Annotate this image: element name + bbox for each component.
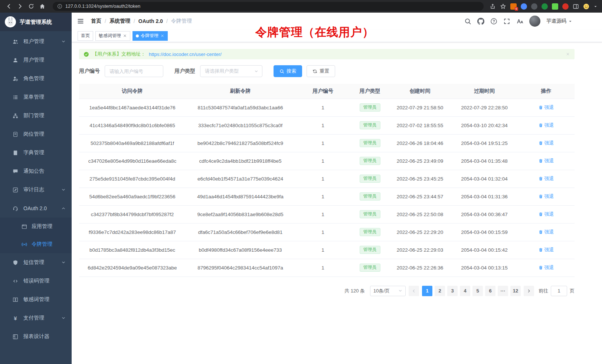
sidebar-item-menu[interactable]: 菜单管理 bbox=[0, 88, 72, 106]
extension-icon[interactable] bbox=[542, 3, 548, 10]
table-row: 275e5de9151045fe87cbdc395e004f4de6cfd40e… bbox=[79, 170, 575, 188]
page-button-2[interactable]: 2 bbox=[435, 286, 445, 296]
goto-page-input[interactable] bbox=[551, 286, 567, 296]
sidebar-item-audit[interactable]: 审计日志 bbox=[0, 181, 72, 199]
breadcrumb-item[interactable]: 首页 bbox=[91, 18, 101, 24]
browser-actions: 6 bbox=[490, 3, 598, 10]
force-logout-button[interactable]: 强退 bbox=[539, 122, 554, 129]
trash-icon bbox=[539, 265, 543, 270]
tab-token-manage[interactable]: 令牌管理 bbox=[132, 31, 168, 41]
force-logout-button[interactable]: 强退 bbox=[539, 229, 554, 235]
extension-icon[interactable] bbox=[552, 3, 558, 10]
doc-link[interactable]: https://doc.iocoder.cn/user-center/ bbox=[149, 52, 222, 57]
user-id-input[interactable] bbox=[105, 65, 163, 77]
extension-icon[interactable] bbox=[521, 3, 527, 10]
github-icon[interactable] bbox=[477, 18, 484, 25]
access-token-cell: 41c41346a548490f9dc8b01c6bfe0865 bbox=[79, 116, 186, 134]
user-type-select[interactable]: 请选择用户类型 bbox=[200, 65, 262, 77]
sidebar-item-dict[interactable]: 字典管理 bbox=[0, 143, 72, 162]
force-logout-button[interactable]: 强退 bbox=[539, 158, 554, 164]
extension-icon[interactable]: 6 bbox=[510, 3, 517, 10]
close-tab-icon[interactable] bbox=[123, 34, 127, 38]
page-button-3[interactable]: 3 bbox=[447, 286, 458, 296]
tab-home[interactable]: 首页 bbox=[78, 31, 93, 41]
close-tab-icon[interactable] bbox=[160, 34, 164, 38]
browser-back-icon[interactable] bbox=[4, 2, 13, 11]
sidebar-item-notice[interactable]: 通知公告 bbox=[0, 162, 72, 181]
sidebar-item-report[interactable]: 报表设计器 bbox=[0, 327, 72, 346]
breadcrumb-separator: / bbox=[134, 18, 135, 24]
sidebar-item-oauth-app[interactable]: 应用管理 bbox=[0, 218, 72, 235]
sidebar-item-role[interactable]: 角色管理 bbox=[0, 69, 72, 88]
search-icon[interactable] bbox=[464, 18, 471, 25]
force-logout-button[interactable]: 强退 bbox=[539, 193, 554, 200]
extension-icon[interactable] bbox=[562, 3, 569, 10]
split-view-icon[interactable] bbox=[573, 3, 579, 10]
app-logo[interactable]: 芋道管理系统 bbox=[0, 13, 72, 31]
breadcrumb-item[interactable]: 系统管理 bbox=[109, 18, 130, 24]
expire-time-cell: 2054-03-04 01:35:48 bbox=[451, 152, 518, 170]
tab-sensitive-words[interactable]: 敏感词管理 bbox=[95, 31, 130, 41]
sidebar-item-oauth[interactable]: OAuth 2.0 bbox=[0, 199, 72, 218]
share-icon[interactable] bbox=[490, 3, 496, 10]
total-count: 共 120 条 bbox=[344, 288, 365, 294]
table-row: 54d6be82ee5a460a9aedc1f9bf22365649d1aa46… bbox=[79, 188, 575, 205]
reset-button[interactable]: 重置 bbox=[307, 65, 335, 77]
force-logout-button[interactable]: 强退 bbox=[539, 175, 554, 182]
page-button-···[interactable]: ··· bbox=[498, 286, 508, 296]
sidebar-item-sms[interactable]: 短信管理 bbox=[0, 253, 72, 272]
user-id-cell: 1 bbox=[295, 116, 351, 134]
profile-avatar-icon[interactable] bbox=[583, 3, 589, 10]
sidebar-item-pay[interactable]: ¥支付管理 bbox=[0, 309, 72, 327]
sidebar-item-sensitive[interactable]: 敏感词管理 bbox=[0, 290, 72, 309]
expire-time-cell: 2054-03-04 00:15:42 bbox=[451, 241, 518, 259]
browser-reload-icon[interactable] bbox=[27, 2, 36, 11]
page-button-5[interactable]: 5 bbox=[472, 286, 483, 296]
user-id-cell: 1 bbox=[295, 99, 351, 116]
extension-icon[interactable] bbox=[531, 3, 537, 10]
force-logout-button[interactable]: 强退 bbox=[539, 104, 554, 111]
address-bar[interactable]: 127.0.0.1:1024/system/oauth2/token bbox=[53, 2, 484, 11]
sidebar-item-errorcode[interactable]: 错误码管理 bbox=[0, 272, 72, 290]
page-button-12[interactable]: 12 bbox=[510, 286, 521, 296]
force-logout-button[interactable]: 强退 bbox=[539, 264, 554, 271]
force-logout-button[interactable]: 强退 bbox=[539, 211, 554, 218]
next-page-button[interactable] bbox=[524, 286, 534, 296]
create-time-cell: 2022-07-02 18:55:55 bbox=[389, 116, 451, 134]
force-logout-button[interactable]: 强退 bbox=[539, 246, 554, 253]
user-type-badge: 管理员 bbox=[360, 139, 380, 148]
sidebar-item-post[interactable]: 岗位管理 bbox=[0, 125, 72, 143]
site-info-icon[interactable] bbox=[57, 4, 62, 9]
user-type-badge: 管理员 bbox=[360, 210, 380, 219]
profile-caret-icon[interactable] bbox=[593, 4, 598, 9]
bookmark-star-icon[interactable] bbox=[500, 3, 506, 10]
page-button-1[interactable]: 1 bbox=[422, 286, 432, 296]
sidebar-item-oauth-token[interactable]: 令牌管理 bbox=[0, 235, 72, 253]
refresh-token-cell: b0df4980ffd34c67a08f9156e4eee733 bbox=[186, 241, 295, 259]
sidebar-item-user[interactable]: 用户管理 bbox=[0, 51, 72, 69]
expire-time-cell: 2022-07-29 22:28:50 bbox=[451, 99, 518, 116]
page-buttons: 123456···12 bbox=[422, 286, 521, 296]
fullscreen-icon[interactable] bbox=[503, 18, 510, 25]
page-button-4[interactable]: 4 bbox=[460, 286, 470, 296]
sidebar-item-dept[interactable]: 部门管理 bbox=[0, 106, 72, 125]
user-id-cell: 1 bbox=[295, 188, 351, 205]
breadcrumb-item[interactable]: OAuth 2.0 bbox=[138, 18, 163, 24]
prev-page-button[interactable] bbox=[409, 286, 419, 296]
help-icon[interactable] bbox=[490, 18, 497, 25]
page-button-6[interactable]: 6 bbox=[485, 286, 495, 296]
user-menu[interactable]: 芋道源码 bbox=[546, 18, 572, 24]
page-size-select[interactable]: 10条/页 bbox=[370, 286, 406, 296]
role-icon bbox=[13, 76, 18, 82]
user-avatar[interactable] bbox=[529, 16, 540, 27]
browser-forward-icon[interactable] bbox=[16, 2, 24, 11]
sidebar-collapse-icon[interactable] bbox=[77, 17, 84, 25]
search-button[interactable]: 搜索 bbox=[274, 65, 302, 77]
browser-home-icon[interactable] bbox=[38, 2, 47, 11]
font-size-icon[interactable] bbox=[516, 18, 523, 25]
force-logout-button[interactable]: 强退 bbox=[539, 140, 554, 146]
sidebar-menu: 租户管理用户管理角色管理菜单管理部门管理岗位管理字典管理通知公告审计日志OAut… bbox=[0, 31, 72, 346]
alert-close-icon[interactable] bbox=[566, 52, 570, 56]
sidebar-item-tenant[interactable]: 租户管理 bbox=[0, 32, 72, 51]
code-icon bbox=[13, 278, 18, 284]
